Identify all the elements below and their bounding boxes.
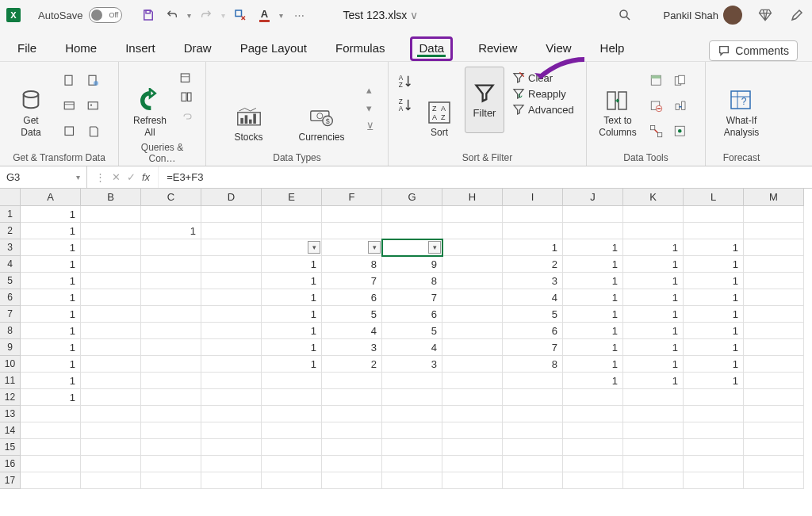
cell[interactable]: 1 xyxy=(21,389,81,406)
cell[interactable]: 6 xyxy=(382,306,442,323)
cell[interactable] xyxy=(21,439,81,456)
fx-icon[interactable]: fx xyxy=(142,171,150,183)
filter-dropdown-icon[interactable]: ▾ xyxy=(368,241,381,254)
cell[interactable]: 1 xyxy=(563,239,623,256)
cell[interactable] xyxy=(684,389,744,406)
relationships-icon[interactable] xyxy=(647,122,666,141)
cell[interactable] xyxy=(442,389,503,406)
cell[interactable] xyxy=(744,306,804,323)
cell[interactable] xyxy=(201,339,262,356)
cell[interactable] xyxy=(503,472,563,489)
cell[interactable] xyxy=(744,356,804,373)
select-all-corner[interactable] xyxy=(0,189,21,206)
cell[interactable] xyxy=(322,439,382,456)
whatif-button[interactable]: ? What-If Analysis xyxy=(714,67,769,140)
row-header[interactable]: 6 xyxy=(0,289,21,306)
cell[interactable] xyxy=(382,373,442,389)
cell[interactable] xyxy=(623,389,684,406)
cell[interactable]: 1 xyxy=(21,306,81,323)
cell[interactable]: 7 xyxy=(503,339,563,356)
sort-button[interactable]: ZAAZ Sort xyxy=(422,67,457,140)
currencies-button[interactable]: $ Currencies xyxy=(293,72,350,145)
tab-draw[interactable]: Draw xyxy=(181,36,215,61)
cell[interactable]: 2 xyxy=(322,356,382,373)
cell[interactable]: 1 xyxy=(262,256,322,273)
cell[interactable]: 1 xyxy=(21,373,81,389)
cell[interactable] xyxy=(201,239,262,256)
cell[interactable] xyxy=(21,456,81,472)
cell[interactable] xyxy=(81,256,141,273)
from-table-icon[interactable] xyxy=(60,97,79,116)
cell[interactable]: 1 xyxy=(684,373,744,389)
cell[interactable] xyxy=(81,273,141,289)
cell[interactable] xyxy=(744,439,804,456)
cell[interactable] xyxy=(684,456,744,472)
cell[interactable] xyxy=(262,389,322,406)
cell[interactable] xyxy=(442,339,503,356)
cell[interactable]: 1 xyxy=(623,256,684,273)
cell[interactable] xyxy=(744,456,804,472)
cell[interactable]: 1 xyxy=(684,239,744,256)
row-header[interactable]: 14 xyxy=(0,422,21,439)
row-header[interactable]: 13 xyxy=(0,406,21,422)
cell[interactable] xyxy=(563,206,623,223)
cell[interactable] xyxy=(623,439,684,456)
cell[interactable] xyxy=(382,472,442,489)
get-data-button[interactable]: Get Data xyxy=(8,67,54,140)
cell[interactable] xyxy=(81,239,141,256)
cell[interactable] xyxy=(201,406,262,422)
cell[interactable] xyxy=(744,206,804,223)
cell[interactable]: 1 xyxy=(21,239,81,256)
cell[interactable] xyxy=(141,273,201,289)
data-validation-icon[interactable] xyxy=(647,97,666,116)
cell[interactable]: 1 xyxy=(262,339,322,356)
tab-formulas[interactable]: Formulas xyxy=(332,36,389,61)
cell[interactable]: 1 xyxy=(563,373,623,389)
cell[interactable]: 1 xyxy=(623,273,684,289)
column-header[interactable]: D xyxy=(201,189,262,206)
cell[interactable]: 1 xyxy=(684,323,744,339)
column-header[interactable]: F xyxy=(322,189,382,206)
cell[interactable] xyxy=(442,373,503,389)
cancel-formula-icon[interactable]: ⋮ xyxy=(95,171,105,183)
cell[interactable] xyxy=(684,406,744,422)
cell[interactable] xyxy=(442,206,503,223)
cell[interactable] xyxy=(744,239,804,256)
cell[interactable]: 1 xyxy=(623,356,684,373)
cell[interactable] xyxy=(684,422,744,439)
cell[interactable]: 4 xyxy=(503,289,563,306)
cell[interactable]: 1 xyxy=(684,289,744,306)
cell[interactable] xyxy=(141,323,201,339)
cell[interactable] xyxy=(81,206,141,223)
filter-dropdown-icon[interactable]: ▾ xyxy=(428,241,441,254)
tab-file[interactable]: File xyxy=(14,36,40,61)
cell[interactable]: 1 xyxy=(21,289,81,306)
cell[interactable] xyxy=(322,422,382,439)
tab-data[interactable]: Data xyxy=(410,36,453,61)
cell[interactable] xyxy=(442,356,503,373)
cell[interactable] xyxy=(684,472,744,489)
row-header[interactable]: 15 xyxy=(0,439,21,456)
name-box[interactable]: G3 ▾ xyxy=(0,166,87,188)
cell[interactable]: 1 xyxy=(563,289,623,306)
cell[interactable]: 1 xyxy=(563,273,623,289)
queries-conn-icon[interactable] xyxy=(179,71,193,86)
cell[interactable] xyxy=(262,206,322,223)
cell[interactable]: 1 xyxy=(684,339,744,356)
cell[interactable] xyxy=(81,406,141,422)
column-header[interactable]: E xyxy=(262,189,322,206)
cell[interactable] xyxy=(563,223,623,239)
cell[interactable] xyxy=(141,289,201,306)
cell[interactable]: 1 xyxy=(21,339,81,356)
cell[interactable] xyxy=(442,306,503,323)
cell[interactable]: ▾ xyxy=(262,239,322,256)
cell[interactable] xyxy=(503,422,563,439)
brush-icon[interactable] xyxy=(788,6,806,24)
cell[interactable] xyxy=(21,422,81,439)
cell[interactable] xyxy=(201,256,262,273)
cell[interactable] xyxy=(21,472,81,489)
autosave-toggle[interactable]: Off xyxy=(89,7,122,23)
cell[interactable] xyxy=(81,223,141,239)
cell[interactable] xyxy=(684,439,744,456)
cell[interactable] xyxy=(262,422,322,439)
